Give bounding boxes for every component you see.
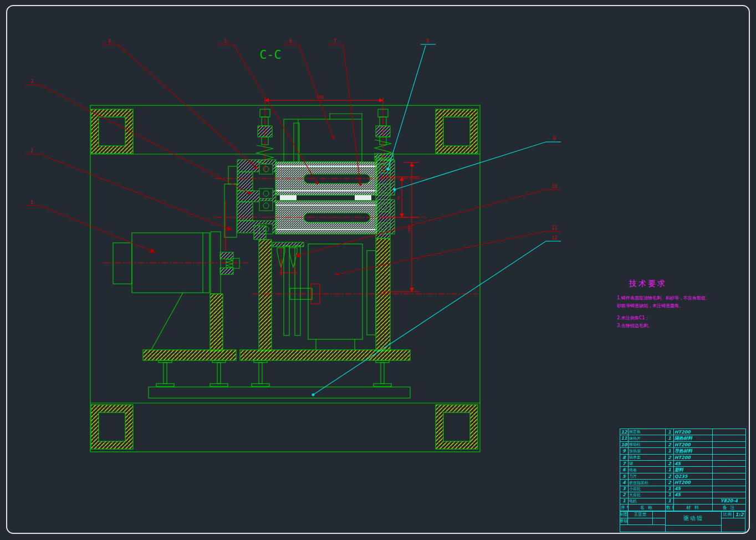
header-no: 序号 xyxy=(620,504,629,511)
row-no: 8 xyxy=(620,455,629,461)
row-material: 45 xyxy=(674,492,713,498)
cad-screenshot: { "drawing": { "section_label": "C-C", "… xyxy=(0,0,756,540)
tech-req-line-3: 2.未注倒角C1； xyxy=(617,314,728,322)
row-qty: 2 xyxy=(666,480,674,486)
header-material: 材 料 xyxy=(674,504,713,511)
row-no: 7 xyxy=(620,461,629,467)
balloon-1: 1 xyxy=(30,200,33,205)
row-material: 塑料 xyxy=(674,467,713,473)
tech-req-line-1: 1.铸件表面应清除毛刺、粘砂等，不应有裂纹、 xyxy=(617,294,728,302)
title-bottom-cell xyxy=(665,525,722,532)
row-name: 移动柱 xyxy=(629,442,666,448)
tech-req-title: 技术要求 xyxy=(629,279,728,289)
row-material: 隔热材料 xyxy=(674,435,713,442)
row-remark xyxy=(713,467,746,473)
parts-table: 12固定板1HT200 11隔热片1隔热材料 10移动柱2HT200 9加热层1… xyxy=(620,429,745,534)
bom-table: 12固定板1HT200 11隔热片1隔热材料 10移动柱2HT200 9加热层1… xyxy=(620,429,746,511)
balloon-8: 8 xyxy=(426,39,428,44)
balloon-10: 10 xyxy=(551,184,557,189)
balloon-12: 12 xyxy=(551,236,557,241)
header-name: 名 称 xyxy=(629,504,666,511)
row-material: HT200 xyxy=(674,442,713,448)
row-no: 11 xyxy=(620,435,629,442)
section-label: C-C xyxy=(259,48,282,62)
row-qty: 2 xyxy=(666,461,674,467)
row-material: HT200 xyxy=(674,455,713,461)
row-material xyxy=(674,498,713,504)
balloon-2: 2 xyxy=(30,149,33,154)
row-no: 6 xyxy=(620,467,629,473)
row-name: 小齿轮 xyxy=(629,486,666,492)
balloon-11: 11 xyxy=(551,226,557,231)
row-name: 加热层 xyxy=(629,448,666,455)
table-row: 9加热层1导热材料 xyxy=(620,448,746,455)
row-no: 12 xyxy=(620,429,629,435)
table-row: 8轴承套2HT200 xyxy=(620,455,746,461)
tech-req-line-4: 3.去除锐边毛刺。 xyxy=(617,322,728,330)
row-name: 挤压辊装柱 xyxy=(629,480,666,486)
balloon-6: 6 xyxy=(289,39,292,44)
row-qty: 2 xyxy=(666,455,674,461)
row-material: 45 xyxy=(674,461,713,467)
row-qty: 1 xyxy=(666,498,674,504)
row-remark xyxy=(713,480,746,486)
dim-top-width: 330 xyxy=(316,95,323,100)
table-row: 5刀片2Q235 xyxy=(620,473,746,480)
row-qty: 1 xyxy=(666,448,674,455)
table-row: 1电机1Y820-4 xyxy=(620,498,746,504)
row-name: 纸卷 xyxy=(629,467,666,473)
row-qty: 1 xyxy=(666,486,674,492)
table-header-row: 序号 名 称 数量 材 料 备 注 xyxy=(620,504,746,511)
row-remark xyxy=(713,429,746,435)
balloon-9: 9 xyxy=(553,136,555,141)
row-remark xyxy=(713,461,746,467)
technical-requirements: 技术要求 1.铸件表面应清除毛刺、粘砂等，不应有裂纹、 砂眼等铸造缺陷，未注铸造… xyxy=(617,279,728,330)
header-remark: 备 注 xyxy=(713,504,746,511)
row-qty: 1 xyxy=(666,492,674,498)
row-name: 隔热片 xyxy=(629,435,666,442)
table-row: 2大齿轮145 xyxy=(620,492,746,498)
row-name: 轴承套 xyxy=(629,455,666,461)
row-remark xyxy=(713,455,746,461)
row-no: 2 xyxy=(620,492,629,498)
row-material: Q235 xyxy=(674,473,713,480)
row-remark xyxy=(713,448,746,455)
tech-req-line-2: 砂眼等铸造缺陷，未注铸造圆角。 xyxy=(617,302,728,310)
row-qty: 1 xyxy=(666,429,674,435)
balloon-3: 3 xyxy=(30,79,33,84)
row-name: 固定板 xyxy=(629,429,666,435)
bottom-left-cell xyxy=(620,524,666,532)
row-qty: 2 xyxy=(666,442,674,448)
row-remark xyxy=(713,435,746,442)
row-no: 5 xyxy=(620,473,629,480)
balloon-7: 7 xyxy=(333,39,336,44)
table-row: 4挤压辊装柱2HT200 xyxy=(620,480,746,486)
row-remark: Y820-4 xyxy=(713,498,746,504)
header-qty: 数量 xyxy=(666,504,674,511)
balloon-5: 5 xyxy=(223,39,226,44)
row-qty: 2 xyxy=(666,473,674,480)
table-row: 6纸卷1塑料 xyxy=(620,467,746,473)
row-name: 刀片 xyxy=(629,473,666,480)
table-row: 10移动柱2HT200 xyxy=(620,442,746,448)
row-material: HT200 xyxy=(674,480,713,486)
row-remark xyxy=(713,492,746,498)
row-qty: 1 xyxy=(666,467,674,473)
title-block: 制图 王亚楚 审核 驱动辊 比例 1:2 xyxy=(620,511,745,532)
table-row: 7键245 xyxy=(620,461,746,467)
drawing-title: 驱动辊 xyxy=(665,511,722,526)
dim-roller-gap: 70 xyxy=(396,196,400,201)
row-no: 3 xyxy=(620,486,629,492)
row-name: 电机 xyxy=(629,498,666,504)
bottom-right-cell xyxy=(721,518,745,532)
balloon-4: 4 xyxy=(108,39,110,44)
row-material: HT200 xyxy=(674,429,713,435)
left-bearing-flange xyxy=(237,160,276,234)
row-material: 45 xyxy=(674,486,713,492)
row-remark xyxy=(713,486,746,492)
row-no: 1 xyxy=(620,498,629,504)
table-row: 3小齿轮145 xyxy=(620,486,746,492)
row-qty: 1 xyxy=(666,435,674,442)
row-name: 键 xyxy=(629,461,666,467)
table-row: 11隔热片1隔热材料 xyxy=(620,435,746,442)
